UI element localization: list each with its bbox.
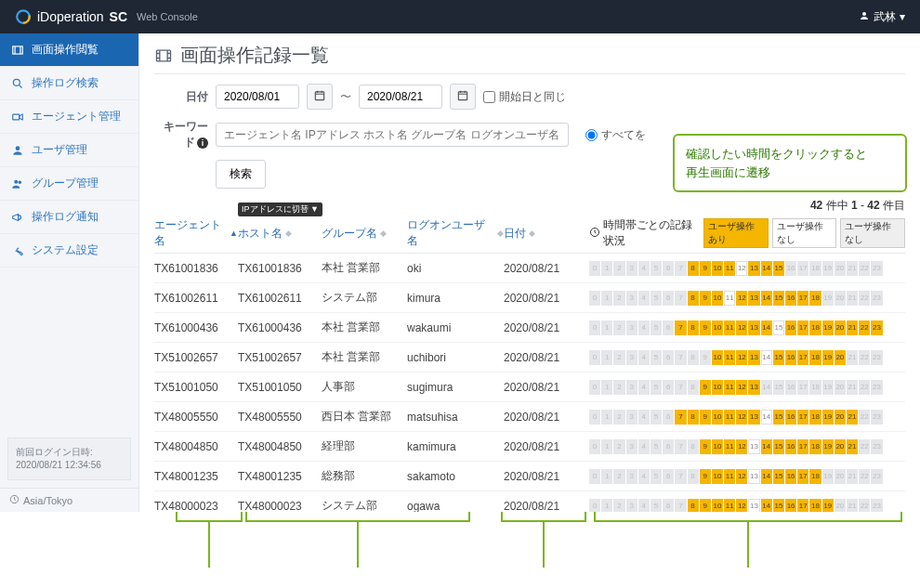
hour-17[interactable]: 17 [797, 291, 808, 306]
hour-12[interactable]: 12 [736, 410, 747, 425]
hour-7[interactable]: 7 [675, 320, 686, 335]
hour-20[interactable]: 20 [835, 350, 846, 365]
hour-10[interactable]: 10 [712, 439, 723, 454]
hour-10[interactable]: 10 [712, 291, 723, 306]
hour-10[interactable]: 10 [712, 261, 723, 276]
hour-18[interactable]: 18 [809, 469, 821, 484]
hour-11[interactable]: 11 [724, 320, 735, 335]
hour-16[interactable]: 16 [785, 350, 796, 365]
hour-14[interactable]: 14 [761, 499, 772, 513]
hour-15[interactable]: 15 [773, 439, 784, 454]
hour-9[interactable]: 9 [700, 439, 711, 454]
table-row[interactable]: TX61000436TX61000436本社 営業部wakaumi2020/08… [154, 313, 905, 343]
keyword-input[interactable] [216, 123, 569, 147]
hour-12[interactable]: 12 [736, 380, 747, 395]
hour-15[interactable]: 15 [773, 291, 784, 306]
hour-10[interactable]: 10 [712, 469, 723, 484]
hour-17[interactable]: 17 [797, 499, 808, 513]
hour-18[interactable]: 18 [809, 291, 821, 306]
hour-8[interactable]: 8 [688, 291, 699, 306]
hour-15[interactable]: 15 [773, 350, 784, 365]
table-row[interactable]: TX61001836TX61001836本社 営業部oki2020/08/210… [154, 254, 905, 283]
hour-8[interactable]: 8 [688, 499, 699, 513]
table-row[interactable]: TX61002611TX61002611システム部kimura2020/08/2… [154, 283, 905, 313]
hour-18[interactable]: 18 [809, 350, 821, 365]
hour-13[interactable]: 13 [748, 320, 759, 335]
th-agent[interactable]: エージェント名▲ [154, 217, 238, 249]
info-icon[interactable]: i [197, 137, 208, 149]
hour-20[interactable]: 20 [835, 439, 846, 454]
hour-16[interactable]: 16 [785, 320, 796, 335]
hour-7[interactable]: 7 [675, 410, 686, 425]
hour-17[interactable]: 17 [797, 469, 808, 484]
hour-17[interactable]: 17 [797, 320, 808, 335]
hour-10[interactable]: 10 [712, 499, 723, 513]
th-date[interactable]: 日付◆ [504, 217, 589, 249]
hour-13[interactable]: 13 [748, 380, 759, 395]
hour-18[interactable]: 18 [809, 499, 821, 513]
hour-18[interactable]: 18 [809, 410, 821, 425]
hour-14[interactable]: 14 [761, 350, 772, 365]
hour-10[interactable]: 10 [712, 410, 723, 425]
match-all-radio[interactable] [585, 129, 598, 141]
hour-19[interactable]: 19 [822, 320, 834, 335]
hour-14[interactable]: 14 [761, 410, 772, 425]
hour-11[interactable]: 11 [724, 291, 735, 306]
sidebar-item-2[interactable]: エージェント管理 [0, 100, 138, 134]
table-row[interactable]: TX48004850TX48004850経理部kamimura2020/08/2… [154, 432, 905, 462]
table-row[interactable]: TX48001235TX48001235総務部sakamoto2020/08/2… [154, 462, 905, 491]
hour-9[interactable]: 9 [700, 410, 711, 425]
hour-10[interactable]: 10 [712, 320, 723, 335]
hour-11[interactable]: 11 [724, 350, 735, 365]
hour-12[interactable]: 12 [736, 439, 747, 454]
table-row[interactable]: TX48000023TX48000023システム部ogawa2020/08/21… [154, 491, 905, 512]
hour-13[interactable]: 13 [748, 350, 759, 365]
hour-14[interactable]: 14 [761, 469, 772, 484]
hour-13[interactable]: 13 [748, 469, 759, 484]
hour-21[interactable]: 21 [847, 410, 858, 425]
table-row[interactable]: TX51001050TX51001050人事部sugimura2020/08/2… [154, 372, 905, 402]
user-menu[interactable]: 武林 ▾ [859, 9, 905, 25]
table-row[interactable]: TX48005550TX48005550西日本 営業部matsuhisa2020… [154, 402, 905, 432]
hour-21[interactable]: 21 [847, 320, 858, 335]
th-group[interactable]: グループ名◆ [322, 217, 407, 249]
hour-19[interactable]: 19 [822, 350, 834, 365]
hour-11[interactable]: 11 [724, 499, 735, 513]
hour-11[interactable]: 11 [724, 469, 735, 484]
same-as-start-checkbox-wrap[interactable]: 開始日と同じ [483, 89, 566, 105]
date-to-input[interactable] [359, 85, 442, 109]
hour-10[interactable]: 10 [712, 380, 723, 395]
table-row[interactable]: TX51002657TX51002657本社 営業部uchibori2020/0… [154, 343, 905, 372]
hour-14[interactable]: 14 [761, 320, 772, 335]
hour-9[interactable]: 9 [700, 320, 711, 335]
hour-9[interactable]: 9 [700, 499, 711, 513]
hour-19[interactable]: 19 [822, 439, 834, 454]
sidebar-item-5[interactable]: 操作ログ通知 [0, 201, 138, 234]
hour-14[interactable]: 14 [761, 261, 772, 276]
hour-13[interactable]: 13 [748, 499, 759, 513]
hour-12[interactable]: 12 [736, 320, 747, 335]
hour-17[interactable]: 17 [797, 410, 808, 425]
hour-12[interactable]: 12 [736, 291, 747, 306]
date-to-calendar-button[interactable] [450, 84, 476, 110]
sidebar-item-1[interactable]: 操作ログ検索 [0, 67, 138, 100]
hour-19[interactable]: 19 [822, 499, 834, 513]
hour-15[interactable]: 15 [773, 499, 784, 513]
match-all-radio-wrap[interactable]: すべてを [585, 127, 646, 143]
hour-13[interactable]: 13 [748, 410, 759, 425]
hour-11[interactable]: 11 [724, 410, 735, 425]
hour-9[interactable]: 9 [700, 291, 711, 306]
hour-20[interactable]: 20 [835, 320, 846, 335]
search-button[interactable]: 検索 [216, 160, 266, 189]
hour-16[interactable]: 16 [785, 499, 796, 513]
sidebar-item-0[interactable]: 画面操作閲覧 [0, 33, 138, 67]
hour-20[interactable]: 20 [835, 410, 846, 425]
hour-9[interactable]: 9 [700, 261, 711, 276]
sidebar-item-4[interactable]: グループ管理 [0, 167, 138, 201]
sidebar-item-6[interactable]: システム設定 [0, 234, 138, 268]
hour-8[interactable]: 8 [688, 410, 699, 425]
th-host[interactable]: IPアドレスに切替 ▼ ホスト名◆ [238, 217, 322, 249]
hour-18[interactable]: 18 [809, 439, 821, 454]
hour-12[interactable]: 12 [736, 499, 747, 513]
hour-16[interactable]: 16 [785, 439, 796, 454]
